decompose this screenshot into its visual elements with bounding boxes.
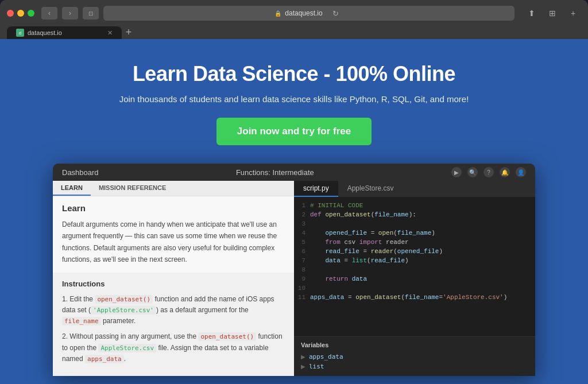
- app-titlebar: Dashboard Functions: Intermediate ▶ 🔍 ? …: [53, 164, 535, 181]
- app-lesson-title: Functions: Intermediate: [236, 168, 314, 177]
- app-window: Dashboard Functions: Intermediate ▶ 🔍 ? …: [53, 164, 535, 376]
- browser-chrome: ‹ › ⊡ 🔒 dataquest.io ↻ ⬆ ⊞ + d dataquest…: [0, 0, 588, 39]
- add-tab-button[interactable]: ⊞: [544, 7, 560, 20]
- active-tab[interactable]: d dataquest.io ✕: [7, 26, 122, 39]
- learn-content: Learn Default arguments come in handy wh…: [53, 196, 294, 273]
- code-line: 10: [294, 284, 535, 293]
- variables-title: Variables: [301, 342, 528, 348]
- minimize-button[interactable]: [17, 10, 24, 17]
- code-editor[interactable]: 1 # INITIAL CODE 2 def open_dataset(file…: [294, 197, 535, 336]
- learn-paragraph-1: Default arguments come in handy when we …: [62, 219, 285, 266]
- back-button[interactable]: ‹: [41, 7, 57, 20]
- tab-mission-reference[interactable]: MISSION REFERENCE: [91, 181, 174, 196]
- tab-favicon: d: [16, 29, 24, 37]
- app-notifications-icon[interactable]: 🔔: [500, 167, 510, 177]
- code-line: 9 return data: [294, 275, 535, 284]
- tab-close-button[interactable]: ✕: [107, 29, 113, 37]
- instructions-section: Instructions 1. Edit the open_dataset() …: [53, 273, 294, 376]
- code-ref-4: open_dataset(): [198, 332, 256, 341]
- maximize-button[interactable]: [28, 10, 34, 17]
- code-ref-2: 'AppleStore.csv': [91, 306, 156, 315]
- app-help-icon[interactable]: ?: [483, 167, 494, 177]
- variable-item-list: ▶ list: [301, 362, 528, 371]
- reload-button[interactable]: ↻: [328, 7, 343, 20]
- code-line: 6 read_file = reader(opened_file): [294, 247, 535, 257]
- tab-view-button[interactable]: ⊡: [83, 7, 99, 20]
- tab-title: dataquest.io: [28, 29, 62, 36]
- url-text: dataquest.io: [285, 9, 322, 17]
- code-line: 3: [294, 220, 535, 229]
- tab-learn[interactable]: LEARN: [53, 181, 91, 196]
- lock-icon: 🔒: [274, 10, 281, 17]
- app-user-icon[interactable]: 👤: [516, 167, 526, 177]
- code-tab-script[interactable]: script.py: [294, 181, 338, 197]
- code-ref-5: AppleStore.csv: [98, 344, 156, 352]
- code-ref-6: apps_data: [85, 355, 124, 363]
- learn-section-title: Learn: [62, 203, 285, 213]
- variable-item-apps-data: ▶ apps_data: [301, 352, 528, 362]
- code-ref-1: open_dataset(): [95, 295, 153, 304]
- code-tab-applestore[interactable]: AppleStore.csv: [338, 181, 403, 197]
- tab-bar: d dataquest.io ✕ +: [7, 25, 581, 39]
- app-search-icon[interactable]: 🔍: [467, 167, 478, 177]
- traffic-lights: [7, 10, 34, 17]
- new-window-button[interactable]: +: [565, 7, 581, 20]
- instructions-title: Instructions: [62, 280, 285, 288]
- var-expand-icon-2[interactable]: ▶: [301, 363, 305, 370]
- app-body: LEARN MISSION REFERENCE Learn Default ar…: [53, 181, 535, 376]
- hero-subtitle: Join thousands of students and learn dat…: [119, 94, 469, 104]
- code-line: 11 apps_data = open_dataset(file_name='A…: [294, 293, 535, 302]
- app-video-icon[interactable]: ▶: [451, 167, 462, 177]
- var-label: apps_data: [309, 353, 343, 360]
- code-line: 8: [294, 266, 535, 275]
- new-tab-button[interactable]: +: [122, 25, 136, 39]
- content-area: Learn Data Science - 100% Online Join th…: [0, 39, 588, 384]
- var-expand-icon[interactable]: ▶: [301, 354, 305, 360]
- code-line: 4 opened_file = open(file_name): [294, 229, 535, 238]
- code-line: 7 data = list(read_file): [294, 257, 535, 266]
- address-bar[interactable]: 🔒 dataquest.io ↻: [103, 6, 514, 21]
- share-button[interactable]: ⬆: [524, 7, 540, 20]
- code-panel: script.py AppleStore.csv 1 # INITIAL COD…: [294, 181, 535, 376]
- learn-tabs: LEARN MISSION REFERENCE: [53, 181, 294, 196]
- cta-button[interactable]: Join now and try for free: [216, 118, 372, 145]
- code-ref-3: file_name: [62, 317, 101, 325]
- code-line: 2 def open_dataset(file_name):: [294, 211, 535, 220]
- app-dashboard-label: Dashboard: [62, 168, 99, 177]
- app-title-actions: ▶ 🔍 ? 🔔 👤: [451, 167, 526, 177]
- code-line: 5 from csv import reader: [294, 238, 535, 247]
- code-line: 1 # INITIAL CODE: [294, 201, 535, 211]
- forward-button[interactable]: ›: [62, 7, 78, 20]
- browser-actions: ⬆ ⊞ +: [524, 7, 581, 20]
- hero-title: Learn Data Science - 100% Online: [133, 62, 455, 86]
- close-button[interactable]: [7, 10, 14, 17]
- code-tabs: script.py AppleStore.csv: [294, 181, 535, 197]
- var-label-2: list: [309, 363, 324, 370]
- instruction-item-1: 1. Edit the open_dataset() function and …: [62, 294, 285, 327]
- variables-section: Variables ▶ apps_data ▶ list: [294, 336, 535, 376]
- learn-panel: LEARN MISSION REFERENCE Learn Default ar…: [53, 181, 294, 376]
- instruction-item-2: 2. Without passing in any argument, use …: [62, 331, 285, 364]
